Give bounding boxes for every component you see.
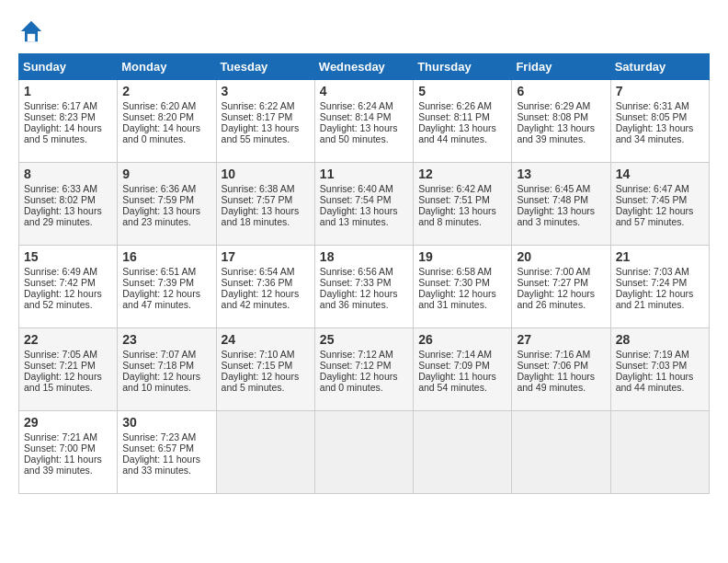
calendar-cell: 11Sunrise: 6:40 AMSunset: 7:54 PMDayligh…	[314, 163, 413, 246]
page-header	[18, 18, 710, 44]
day-number: 9	[122, 167, 210, 181]
calendar-cell: 10Sunrise: 6:38 AMSunset: 7:57 PMDayligh…	[216, 163, 314, 246]
calendar-cell: 20Sunrise: 7:00 AMSunset: 7:27 PMDayligh…	[512, 246, 610, 328]
sunrise: Sunrise: 6:29 AM	[517, 100, 590, 111]
calendar-cell: 7Sunrise: 6:31 AMSunset: 8:05 PMDaylight…	[610, 80, 709, 163]
sunset: Sunset: 7:42 PM	[24, 277, 96, 288]
day-number: 27	[517, 332, 605, 347]
logo	[18, 18, 48, 44]
sunrise: Sunrise: 7:07 AM	[122, 349, 196, 360]
col-header-friday: Friday	[512, 54, 610, 80]
daylight: Daylight: 12 hours and 26 minutes.	[517, 288, 595, 310]
day-number: 14	[616, 167, 704, 181]
sunrise: Sunrise: 7:21 AM	[24, 431, 97, 442]
day-number: 19	[418, 249, 506, 264]
day-number: 30	[122, 415, 210, 430]
daylight: Daylight: 11 hours and 54 minutes.	[418, 371, 496, 393]
calendar-cell	[610, 411, 709, 494]
sunrise: Sunrise: 6:45 AM	[517, 183, 590, 194]
sunrise: Sunrise: 6:33 AM	[24, 183, 97, 194]
day-number: 29	[24, 415, 112, 430]
sunrise: Sunrise: 6:51 AM	[122, 266, 196, 277]
day-number: 10	[222, 167, 310, 181]
sunset: Sunset: 7:39 PM	[122, 277, 194, 288]
calendar-week-3: 15Sunrise: 6:49 AMSunset: 7:42 PMDayligh…	[19, 246, 710, 328]
day-number: 2	[122, 84, 210, 98]
sunrise: Sunrise: 6:56 AM	[320, 266, 393, 277]
sunrise: Sunrise: 6:20 AM	[122, 100, 196, 111]
sunset: Sunset: 7:51 PM	[418, 194, 490, 205]
daylight: Daylight: 13 hours and 18 minutes.	[222, 205, 300, 227]
sunset: Sunset: 8:02 PM	[24, 194, 96, 205]
daylight: Daylight: 11 hours and 44 minutes.	[616, 371, 694, 393]
calendar-cell: 24Sunrise: 7:10 AMSunset: 7:15 PMDayligh…	[216, 328, 314, 411]
calendar-cell	[314, 411, 413, 494]
col-header-wednesday: Wednesday	[314, 54, 413, 80]
daylight: Daylight: 13 hours and 55 minutes.	[222, 122, 300, 144]
daylight: Daylight: 12 hours and 47 minutes.	[122, 288, 200, 310]
sunset: Sunset: 7:30 PM	[418, 277, 490, 288]
daylight: Daylight: 12 hours and 0 minutes.	[320, 371, 398, 393]
sunrise: Sunrise: 7:14 AM	[418, 349, 492, 360]
daylight: Daylight: 11 hours and 39 minutes.	[24, 454, 102, 476]
daylight: Daylight: 13 hours and 44 minutes.	[418, 122, 496, 144]
calendar-week-2: 8Sunrise: 6:33 AMSunset: 8:02 PMDaylight…	[19, 163, 710, 246]
calendar-cell: 4Sunrise: 6:24 AMSunset: 8:14 PMDaylight…	[314, 80, 413, 163]
day-number: 3	[222, 84, 310, 98]
day-number: 12	[418, 167, 506, 181]
sunrise: Sunrise: 7:03 AM	[616, 266, 689, 277]
sunrise: Sunrise: 6:47 AM	[616, 183, 689, 194]
calendar-cell: 23Sunrise: 7:07 AMSunset: 7:18 PMDayligh…	[118, 328, 216, 411]
col-header-tuesday: Tuesday	[216, 54, 314, 80]
col-header-monday: Monday	[118, 54, 216, 80]
sunrise: Sunrise: 7:10 AM	[222, 349, 295, 360]
sunset: Sunset: 8:08 PM	[517, 111, 588, 122]
calendar-week-5: 29Sunrise: 7:21 AMSunset: 7:00 PMDayligh…	[19, 411, 710, 494]
calendar-week-4: 22Sunrise: 7:05 AMSunset: 7:21 PMDayligh…	[19, 328, 710, 411]
calendar-cell: 9Sunrise: 6:36 AMSunset: 7:59 PMDaylight…	[118, 163, 216, 246]
sunrise: Sunrise: 7:00 AM	[517, 266, 590, 277]
daylight: Daylight: 12 hours and 52 minutes.	[24, 288, 102, 310]
day-number: 15	[24, 249, 112, 264]
sunset: Sunset: 7:18 PM	[122, 360, 194, 371]
calendar-cell: 15Sunrise: 6:49 AMSunset: 7:42 PMDayligh…	[19, 246, 118, 328]
calendar-cell: 19Sunrise: 6:58 AMSunset: 7:30 PMDayligh…	[414, 246, 512, 328]
day-number: 23	[122, 332, 210, 347]
calendar-cell	[216, 411, 314, 494]
sunset: Sunset: 7:27 PM	[517, 277, 588, 288]
calendar-cell: 22Sunrise: 7:05 AMSunset: 7:21 PMDayligh…	[19, 328, 118, 411]
sunrise: Sunrise: 6:26 AM	[418, 100, 492, 111]
daylight: Daylight: 13 hours and 29 minutes.	[24, 205, 102, 227]
sunset: Sunset: 7:00 PM	[24, 442, 96, 454]
calendar-cell: 1Sunrise: 6:17 AMSunset: 8:23 PMDaylight…	[19, 80, 118, 163]
calendar-cell: 30Sunrise: 7:23 AMSunset: 6:57 PMDayligh…	[118, 411, 216, 494]
daylight: Daylight: 13 hours and 34 minutes.	[616, 122, 694, 144]
sunrise: Sunrise: 6:22 AM	[222, 100, 295, 111]
calendar-cell	[414, 411, 512, 494]
sunset: Sunset: 7:21 PM	[24, 360, 96, 371]
sunset: Sunset: 7:24 PM	[616, 277, 688, 288]
sunset: Sunset: 7:54 PM	[320, 194, 392, 205]
calendar-cell: 26Sunrise: 7:14 AMSunset: 7:09 PMDayligh…	[414, 328, 512, 411]
sunrise: Sunrise: 6:54 AM	[222, 266, 295, 277]
calendar-cell: 27Sunrise: 7:16 AMSunset: 7:06 PMDayligh…	[512, 328, 610, 411]
day-number: 17	[222, 249, 310, 264]
sunset: Sunset: 8:17 PM	[222, 111, 293, 122]
sunset: Sunset: 7:03 PM	[616, 360, 688, 371]
daylight: Daylight: 12 hours and 10 minutes.	[122, 371, 200, 393]
day-number: 5	[418, 84, 506, 98]
sunset: Sunset: 7:09 PM	[418, 360, 490, 371]
sunrise: Sunrise: 6:31 AM	[616, 100, 689, 111]
sunrise: Sunrise: 6:24 AM	[320, 100, 393, 111]
sunrise: Sunrise: 6:17 AM	[24, 100, 97, 111]
daylight: Daylight: 12 hours and 15 minutes.	[24, 371, 102, 393]
sunrise: Sunrise: 7:16 AM	[517, 349, 590, 360]
calendar-cell: 21Sunrise: 7:03 AMSunset: 7:24 PMDayligh…	[610, 246, 709, 328]
sunset: Sunset: 6:57 PM	[122, 442, 194, 454]
sunrise: Sunrise: 6:40 AM	[320, 183, 393, 194]
sunset: Sunset: 8:20 PM	[122, 111, 194, 122]
daylight: Daylight: 12 hours and 31 minutes.	[418, 288, 496, 310]
daylight: Daylight: 14 hours and 0 minutes.	[122, 122, 200, 144]
sunrise: Sunrise: 7:12 AM	[320, 349, 393, 360]
sunset: Sunset: 7:33 PM	[320, 277, 392, 288]
